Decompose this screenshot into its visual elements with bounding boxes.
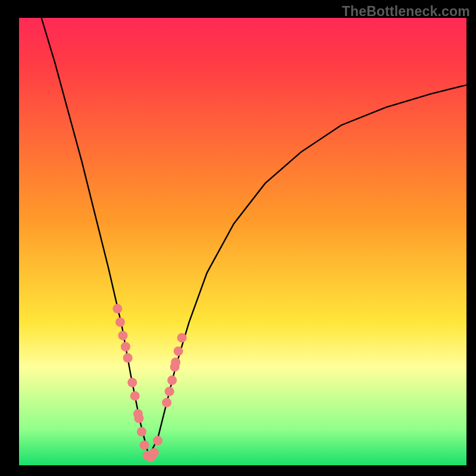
sample-dot: [115, 317, 125, 327]
sample-dot: [174, 346, 183, 356]
sample-dot: [165, 387, 174, 396]
sample-dot: [140, 440, 149, 450]
bottleneck-curve: [42, 18, 466, 456]
sample-dot: [130, 391, 140, 400]
sample-dot: [153, 436, 162, 446]
sample-dot: [118, 331, 128, 340]
sample-dot: [167, 375, 177, 385]
sample-dot: [149, 448, 159, 458]
sample-dot: [123, 353, 133, 363]
chart-frame: TheBottleneck.com: [0, 0, 476, 476]
sample-dot: [162, 398, 171, 408]
sample-dot: [134, 414, 144, 423]
sample-dot: [121, 342, 130, 352]
sample-dot: [127, 378, 137, 387]
chart-svg: [0, 0, 476, 476]
sample-dots: [112, 304, 186, 462]
sample-dot: [171, 358, 180, 367]
sample-dot: [112, 304, 122, 314]
sample-dot: [137, 427, 146, 437]
sample-dot: [177, 333, 187, 343]
